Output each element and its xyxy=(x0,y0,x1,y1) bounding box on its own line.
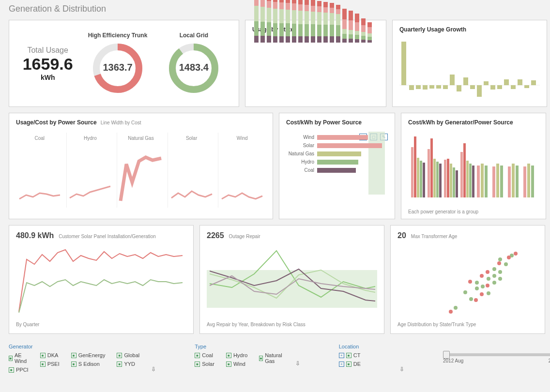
svg-point-178 xyxy=(514,252,518,256)
svg-rect-125 xyxy=(428,149,430,197)
transformer-label: Max Transformer Age xyxy=(411,234,458,239)
svg-rect-48 xyxy=(305,0,309,5)
svg-rect-136 xyxy=(463,143,466,197)
hbar-solar[interactable]: Solar xyxy=(286,143,388,148)
slider-handle-start[interactable] xyxy=(443,351,450,359)
svg-rect-118 xyxy=(524,85,529,88)
kpi-unit: kWh xyxy=(23,74,73,81)
hbar-hydro[interactable]: Hydro xyxy=(286,159,388,165)
svg-point-153 xyxy=(454,306,458,310)
cost-kwh-title: Cost/kWh by Power Source xyxy=(286,119,388,126)
kpi-value: 1659.6 xyxy=(23,55,73,74)
filter-location: Location +■CT +■DE xyxy=(339,344,361,373)
chart-transformer[interactable] xyxy=(397,240,538,315)
svg-point-172 xyxy=(480,292,484,296)
chk-solar[interactable]: ■Solar xyxy=(195,361,214,367)
row-bottom: 480.9 kWhCustomer Solar Panel Installati… xyxy=(9,225,541,334)
chk-global[interactable]: ■Global xyxy=(117,352,139,358)
svg-rect-111 xyxy=(477,85,482,97)
chk-ct[interactable]: +■CT xyxy=(339,352,361,358)
svg-rect-144 xyxy=(496,164,499,197)
svg-point-165 xyxy=(498,270,502,274)
svg-rect-126 xyxy=(430,138,433,197)
gauge-grid-value: 1483.4 xyxy=(162,62,225,73)
expand-type-icon[interactable]: ⇩ xyxy=(295,360,300,367)
svg-point-166 xyxy=(498,257,502,261)
svg-rect-87 xyxy=(355,21,359,31)
svg-rect-119 xyxy=(531,80,536,85)
svg-point-160 xyxy=(487,291,490,295)
svg-rect-130 xyxy=(444,160,446,197)
outage-label: Outage Repair xyxy=(229,234,260,239)
svg-rect-142 xyxy=(485,166,488,197)
chart-quarterly-growth[interactable] xyxy=(399,37,540,105)
hbar-wind[interactable]: Wind xyxy=(286,135,388,140)
chk-ppci[interactable]: ■PPCI xyxy=(9,367,29,373)
svg-point-174 xyxy=(486,284,489,287)
chart-cost-gen[interactable] xyxy=(408,130,539,202)
svg-rect-132 xyxy=(450,164,452,197)
svg-rect-83 xyxy=(349,11,353,20)
svg-rect-115 xyxy=(504,79,509,85)
card-total-usage: Total Usage 1659.6 kWh High Efficiency T… xyxy=(9,20,239,107)
spark-solar[interactable]: Solar xyxy=(168,133,215,208)
chk-dka[interactable]: ■DKA xyxy=(40,352,60,358)
svg-rect-102 xyxy=(416,85,421,89)
spark-wind[interactable]: Wind xyxy=(218,133,266,208)
chk-coal[interactable]: ■Coal xyxy=(195,352,214,358)
chart-usage-by-state-bars[interactable] xyxy=(252,45,379,113)
hbar-coal[interactable]: Coal xyxy=(286,167,388,173)
cost-gen-title: Cost/kWh by Generator/Power Source xyxy=(408,119,539,126)
chk-natgas[interactable]: ■Natural Gas xyxy=(259,352,283,364)
svg-rect-149 xyxy=(523,166,526,197)
spark-hydro[interactable]: Hydro xyxy=(66,133,114,208)
svg-rect-82 xyxy=(349,19,353,30)
kpi-label: Total Usage xyxy=(23,46,73,55)
chart-solar[interactable] xyxy=(16,240,186,315)
svg-rect-63 xyxy=(323,2,328,7)
chk-sedison[interactable]: ■S Edison xyxy=(71,361,106,367)
svg-point-161 xyxy=(492,281,496,285)
svg-rect-7 xyxy=(254,0,259,6)
svg-point-171 xyxy=(474,298,478,302)
svg-rect-93 xyxy=(361,18,366,25)
svg-rect-106 xyxy=(443,85,448,89)
svg-rect-134 xyxy=(456,170,458,197)
svg-rect-140 xyxy=(477,166,480,197)
svg-rect-110 xyxy=(470,85,475,89)
chk-genenergy[interactable]: ■GenEnergy xyxy=(71,352,106,358)
svg-point-162 xyxy=(492,274,496,278)
card-cost-gen: Cost/kWh by Generator/Power Source Each … xyxy=(401,113,546,219)
expand-generator-icon[interactable]: ⇩ xyxy=(151,366,156,373)
chk-ae-wind[interactable]: ■AE Wind xyxy=(9,352,29,364)
chk-yyd[interactable]: ■YYD xyxy=(117,361,139,367)
solar-value: 480.9 kWh xyxy=(16,231,54,240)
usage-cost-subtitle: Line Width by Cost xyxy=(101,120,141,125)
chart-outage[interactable] xyxy=(207,240,377,315)
svg-rect-18 xyxy=(267,0,271,1)
outage-footer: Avg Repair by Year, Breakdown by Risk Cl… xyxy=(207,322,377,327)
transformer-footer: Age Distribution by State/Trunk Type xyxy=(397,322,538,327)
svg-rect-133 xyxy=(453,167,455,197)
svg-point-157 xyxy=(475,281,479,285)
svg-rect-124 xyxy=(423,163,425,197)
solar-footer: By Quarter xyxy=(16,322,186,327)
chk-de[interactable]: +■DE xyxy=(339,361,361,367)
transformer-value: 20 xyxy=(397,231,406,240)
chk-hydro[interactable]: ■Hydro xyxy=(226,352,247,358)
svg-rect-143 xyxy=(492,166,495,197)
hbar-ng[interactable]: Natural Gas xyxy=(286,151,388,156)
gauge-trunk: High Efficiency Trunk 1363.7 xyxy=(86,32,149,95)
date-slider[interactable]: 2012 Aug 2017 Aug xyxy=(443,344,550,373)
svg-rect-43 xyxy=(298,0,303,4)
card-cost-kwh: Cost/kWh by Power Source ⤓ ◻ ✎ Wind Sola… xyxy=(279,113,395,219)
svg-rect-127 xyxy=(433,159,436,197)
svg-rect-38 xyxy=(292,0,296,3)
svg-point-155 xyxy=(469,297,473,301)
expand-location-icon[interactable]: ⇩ xyxy=(399,366,404,373)
chk-psei[interactable]: ■PSEI xyxy=(40,361,60,367)
card-quarterly-growth: Quarterly Usage Growth xyxy=(392,20,547,107)
chk-wind[interactable]: ■Wind xyxy=(226,361,247,367)
spark-coal[interactable]: Coal xyxy=(16,133,63,208)
spark-ng[interactable]: Natural Gas xyxy=(117,133,165,208)
